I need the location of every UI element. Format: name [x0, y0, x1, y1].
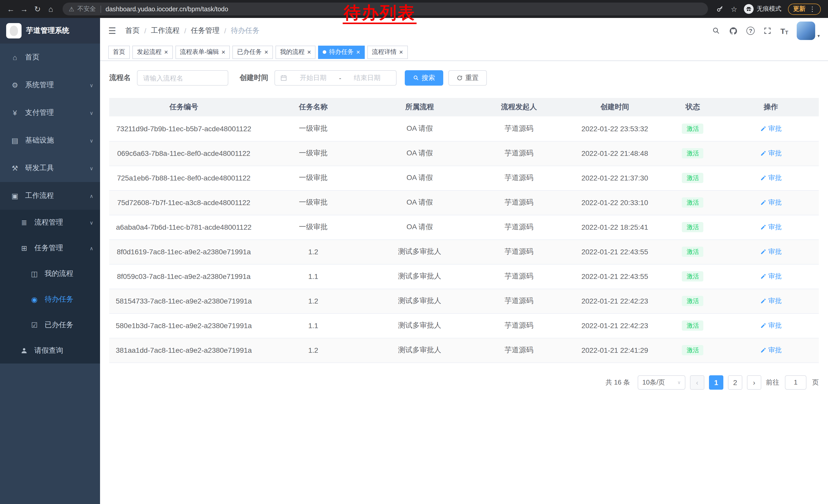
- tab-process-form-edit[interactable]: 流程表单-编辑 ×: [175, 45, 230, 59]
- sidebar-item-task-management[interactable]: ⊞ 任务管理 ∧: [0, 235, 100, 261]
- search-icon[interactable]: [712, 27, 720, 35]
- page-button-2[interactable]: 2: [728, 375, 742, 390]
- breadcrumb-task-management[interactable]: 任务管理: [191, 26, 219, 35]
- sidebar-item-label: 基础设施: [25, 136, 54, 145]
- start-date-placeholder[interactable]: 开始日期: [289, 73, 337, 83]
- help-icon[interactable]: ?: [746, 27, 755, 35]
- date-range-picker[interactable]: 开始日期 - 结束日期: [275, 70, 397, 86]
- approve-link[interactable]: 审批: [760, 321, 782, 330]
- status-badge: 激活: [682, 271, 704, 281]
- breadcrumb-home[interactable]: 首页: [125, 26, 140, 35]
- close-icon[interactable]: ×: [307, 49, 311, 55]
- approve-link[interactable]: 审批: [760, 198, 782, 207]
- tab-start-process[interactable]: 发起流程 ×: [132, 45, 173, 59]
- sidebar-item-process-management[interactable]: ≣ 流程管理 ∨: [0, 210, 100, 235]
- github-icon[interactable]: [729, 27, 738, 35]
- tab-todo-tasks[interactable]: 待办任务 ×: [318, 45, 365, 59]
- approve-link[interactable]: 审批: [760, 149, 782, 158]
- close-icon[interactable]: ×: [164, 49, 168, 55]
- tab-process-detail[interactable]: 流程详情 ×: [367, 45, 408, 59]
- search-button[interactable]: 搜索: [405, 70, 443, 86]
- fullscreen-icon[interactable]: [763, 27, 772, 35]
- approve-link[interactable]: 审批: [760, 346, 782, 355]
- security-label[interactable]: 不安全: [78, 5, 96, 13]
- page: ← → ↻ ⌂ ⚠ 不安全 dashboard.yudao.iocoder.cn…: [0, 0, 828, 504]
- sidebar-item-home[interactable]: ⌂ 首页: [0, 44, 100, 71]
- bookmark-star-icon[interactable]: ☆: [731, 5, 737, 13]
- process-cell: OA 请假: [368, 141, 471, 166]
- page-button-1[interactable]: 1: [709, 375, 723, 390]
- sidebar-item-todo-tasks[interactable]: ◉ 待办任务: [0, 287, 100, 312]
- initiator-cell: 芋道源码: [471, 289, 567, 313]
- search-button-label: 搜索: [422, 73, 435, 83]
- close-icon[interactable]: ×: [356, 49, 360, 55]
- tab-home[interactable]: 首页: [108, 45, 130, 59]
- close-icon[interactable]: ×: [399, 49, 403, 55]
- sidebar-item-label: 我的流程: [45, 269, 73, 278]
- end-date-placeholder[interactable]: 结束日期: [343, 73, 391, 83]
- operation-cell: 审批: [723, 313, 819, 338]
- browser-back-icon[interactable]: ←: [4, 5, 17, 13]
- close-icon[interactable]: ×: [221, 49, 225, 55]
- sidebar-item-leave-query[interactable]: 请假查询: [0, 338, 100, 364]
- edit-icon: [760, 347, 766, 353]
- navbar-actions: ? TT ▾: [712, 21, 820, 40]
- browser-forward-icon[interactable]: →: [17, 5, 31, 13]
- sidebar-item-payment[interactable]: ¥ 支付管理 ∨: [0, 99, 100, 127]
- close-icon[interactable]: ×: [264, 49, 268, 55]
- breadcrumb-separator: /: [224, 27, 226, 35]
- reset-button[interactable]: 重置: [448, 70, 487, 86]
- user-menu[interactable]: ▾: [797, 21, 820, 40]
- avatar[interactable]: [797, 21, 816, 40]
- task-id-cell: 73211d9d-7b9b-11ec-b5b7-acde48001122: [109, 117, 258, 141]
- sidebar-item-infrastructure[interactable]: ▤ 基础设施 ∨: [0, 127, 100, 154]
- initiator-cell: 芋道源码: [471, 141, 567, 166]
- sidebar-item-system[interactable]: ⚙ 系统管理 ∨: [0, 71, 100, 99]
- create-time-cell: 2022-01-22 21:48:48: [567, 141, 663, 166]
- page-size-select[interactable]: 10条/页 ∨: [638, 375, 686, 390]
- next-page-button[interactable]: ›: [747, 375, 761, 390]
- tab-my-process[interactable]: 我的流程 ×: [276, 45, 316, 59]
- total-count-label: 共 16 条: [606, 378, 630, 387]
- sidebar-item-devtools[interactable]: ⚒ 研发工具 ∨: [0, 154, 100, 182]
- chevron-down-icon: ∨: [89, 110, 93, 116]
- sidebar-item-workflow[interactable]: ▣ 工作流程 ∧: [0, 182, 100, 210]
- browser-menu-icon[interactable]: ⋮: [809, 5, 816, 13]
- goto-page-input[interactable]: [785, 375, 806, 390]
- approve-link[interactable]: 审批: [760, 223, 782, 232]
- logo-image: [6, 23, 22, 39]
- url-text[interactable]: dashboard.yudao.iocoder.cn/bpm/task/todo: [106, 5, 228, 12]
- sidebar-item-label: 工作流程: [25, 191, 54, 200]
- process-name-input[interactable]: [137, 70, 228, 86]
- sidebar-item-label: 流程管理: [34, 218, 63, 227]
- font-size-icon[interactable]: TT: [780, 27, 788, 35]
- approve-link[interactable]: 审批: [760, 173, 782, 183]
- edit-icon: [760, 298, 766, 304]
- approve-link[interactable]: 审批: [760, 296, 782, 306]
- initiator-cell: 芋道源码: [471, 215, 567, 239]
- workflow-submenu: ≣ 流程管理 ∨ ⊞ 任务管理 ∧ ◫ 我的流程 ◉: [0, 210, 100, 364]
- logo[interactable]: 芋道管理系统: [0, 18, 100, 44]
- task-id-cell: 8f059c03-7ac8-11ec-a9e2-a2380e71991a: [109, 264, 258, 289]
- table-row: 73211d9d-7b9b-11ec-b5b7-acde48001122 一级审…: [109, 117, 819, 141]
- status-cell: 激活: [663, 117, 723, 141]
- browser-reload-icon[interactable]: ↻: [31, 4, 44, 13]
- approve-link[interactable]: 审批: [760, 247, 782, 256]
- sidebar-toggle-icon[interactable]: ☰: [108, 26, 116, 36]
- approve-link[interactable]: 审批: [760, 272, 782, 281]
- update-button[interactable]: 更新 ⋮: [788, 3, 821, 15]
- column-process: 所属流程: [368, 98, 471, 117]
- tab-done-tasks[interactable]: 已办任务 ×: [233, 45, 273, 59]
- password-key-icon[interactable]: [716, 5, 724, 13]
- approve-link[interactable]: 审批: [760, 124, 782, 133]
- browser-home-icon[interactable]: ⌂: [44, 5, 57, 13]
- breadcrumb-workflow[interactable]: 工作流程: [151, 26, 179, 35]
- approve-link-label: 审批: [768, 296, 782, 306]
- status-badge: 激活: [682, 124, 704, 134]
- prev-page-button[interactable]: ‹: [690, 375, 704, 390]
- update-label[interactable]: 更新: [793, 5, 805, 13]
- table-row: 069c6a63-7b8a-11ec-8ef0-acde48001122 一级审…: [109, 141, 819, 166]
- search-icon: [413, 75, 419, 81]
- sidebar-item-my-process[interactable]: ◫ 我的流程: [0, 261, 100, 287]
- sidebar-item-done-tasks[interactable]: ☑ 已办任务: [0, 312, 100, 338]
